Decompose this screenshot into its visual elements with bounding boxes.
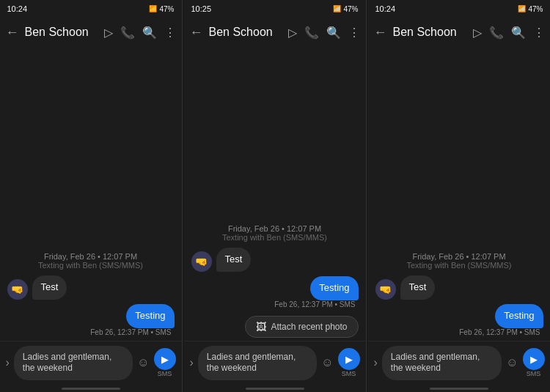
back-button-3[interactable]: ←	[374, 25, 387, 40]
avatar-2: 🤜	[191, 251, 212, 272]
battery-2: 47%	[343, 5, 358, 13]
more-icon-1[interactable]: ⋮	[164, 26, 176, 40]
status-time-2: 10:25	[191, 4, 212, 13]
received-message-3: 🤜 Test	[375, 275, 543, 300]
input-bar-2: › Ladies and gentleman, the weekend ☺ ▶ …	[184, 341, 366, 385]
back-button-1[interactable]: ←	[6, 25, 19, 40]
received-bubble-3: Test	[400, 275, 436, 300]
home-indicator-1	[62, 388, 120, 390]
contact-name-2: Ben Schoon	[209, 26, 282, 39]
search-icon-2[interactable]: 🔍	[326, 26, 341, 40]
signal-icon-1: 📶	[149, 5, 157, 12]
avatar-3: 🤜	[375, 279, 396, 300]
sent-message-1: Testing	[126, 304, 174, 328]
date-text-2: Friday, Feb 26 • 12:07 PM	[193, 224, 357, 233]
date-text-1: Friday, Feb 26 • 12:07 PM	[9, 252, 173, 261]
phones-container: 10:24 📶 47% ← Ben Schoon ▷ 📞 🔍 ⋮ Friday,…	[0, 0, 550, 392]
messages-1: 🤜 Test Testing Feb 26, 12:37 PM • SMS	[0, 271, 182, 341]
messages-3: 🤜 Test Testing Feb 26, 12:37 PM • SMS	[368, 271, 551, 341]
message-meta-2: Feb 26, 12:37 PM • SMS	[274, 300, 358, 308]
message-area-2: Friday, Feb 26 • 12:07 PM Texting with B…	[184, 48, 366, 341]
date-separator-3: Friday, Feb 26 • 12:07 PM Texting with B…	[368, 248, 551, 271]
more-icon-3[interactable]: ⋮	[533, 26, 545, 40]
date-separator-1: Friday, Feb 26 • 12:07 PM Texting with B…	[0, 248, 182, 271]
home-indicator-2	[246, 388, 304, 390]
more-icon-2[interactable]: ⋮	[348, 26, 360, 40]
video-icon-2[interactable]: ▷	[288, 26, 297, 40]
send-button-1[interactable]: ▶	[154, 348, 176, 370]
sms-label-3: SMS	[527, 371, 541, 377]
send-button-2[interactable]: ▶	[338, 348, 360, 370]
phone-3: 10:24 📶 47% ← Ben Schoon ▷ 📞 🔍 ⋮ Friday,…	[368, 0, 551, 392]
expand-button-1[interactable]: ›	[6, 356, 10, 369]
status-time-1: 10:24	[7, 4, 28, 13]
status-time-3: 10:24	[375, 4, 396, 13]
expand-button-2[interactable]: ›	[190, 356, 194, 369]
status-icons-3: 📶 47%	[518, 5, 543, 13]
home-indicator-3	[430, 388, 488, 390]
contact-name-1: Ben Schoon	[25, 26, 98, 39]
video-icon-1[interactable]: ▷	[104, 26, 113, 40]
sub-text-1: Texting with Ben (SMS/MMS)	[9, 261, 173, 270]
input-bar-1: › Ladies and gentleman, the weekend ☺ ▶ …	[0, 341, 182, 385]
input-field-3[interactable]: Ladies and gentleman, the weekend	[382, 346, 502, 380]
emoji-button-3[interactable]: ☺	[506, 356, 518, 369]
input-text-1: Ladies and gentleman, the weekend	[23, 352, 124, 374]
sub-text-2: Texting with Ben (SMS/MMS)	[193, 233, 357, 242]
input-text-3: Ladies and gentleman, the weekend	[391, 352, 493, 374]
emoji-button-1[interactable]: ☺	[137, 356, 149, 369]
sent-message-3: Testing	[495, 304, 543, 328]
date-text-3: Friday, Feb 26 • 12:07 PM	[377, 252, 542, 261]
battery-3: 47%	[528, 5, 543, 13]
send-button-3[interactable]: ▶	[523, 348, 545, 370]
send-col-1: ▶ SMS	[154, 348, 176, 377]
sms-label-1: SMS	[158, 371, 172, 377]
send-col-2: ▶ SMS	[338, 348, 360, 377]
back-button-2[interactable]: ←	[190, 25, 203, 40]
search-icon-3[interactable]: 🔍	[511, 26, 526, 40]
status-icons-2: 📶 47%	[333, 5, 358, 13]
app-bar-2: ← Ben Schoon ▷ 📞 🔍 ⋮	[184, 16, 366, 48]
battery-1: 47%	[159, 5, 174, 13]
input-field-2[interactable]: Ladies and gentleman, the weekend	[198, 346, 317, 380]
sms-label-2: SMS	[342, 371, 356, 377]
app-bar-3: ← Ben Schoon ▷ 📞 🔍 ⋮	[368, 16, 551, 48]
emoji-button-2[interactable]: ☺	[321, 356, 333, 369]
date-separator-2: Friday, Feb 26 • 12:07 PM Texting with B…	[184, 220, 366, 243]
phone-2: 10:25 📶 47% ← Ben Schoon ▷ 📞 🔍 ⋮ Friday,…	[184, 0, 367, 392]
app-bar-actions-1: ▷ 📞 🔍 ⋮	[104, 26, 176, 40]
input-field-1[interactable]: Ladies and gentleman, the weekend	[14, 346, 133, 380]
sent-container-3: Testing Feb 26, 12:37 PM • SMS	[375, 304, 543, 336]
status-bar-1: 10:24 📶 47%	[0, 0, 182, 16]
signal-icon-2: 📶	[333, 5, 341, 12]
phone-icon-2[interactable]: 📞	[304, 26, 319, 40]
sent-bubble-3: Testing	[495, 304, 543, 328]
avatar-1: 🤜	[7, 279, 28, 300]
input-bar-3: › Ladies and gentleman, the weekend ☺ ▶ …	[368, 341, 551, 385]
signal-icon-3: 📶	[518, 5, 526, 12]
phone-icon-3[interactable]: 📞	[489, 26, 504, 40]
status-icons-1: 📶 47%	[149, 5, 174, 13]
status-bar-3: 10:24 📶 47%	[368, 0, 551, 16]
sent-bubble-1: Testing	[126, 304, 174, 328]
app-bar-1: ← Ben Schoon ▷ 📞 🔍 ⋮	[0, 16, 182, 48]
received-message-1: 🤜 Test	[7, 275, 175, 300]
contact-name-3: Ben Schoon	[393, 26, 467, 39]
message-area-3: Friday, Feb 26 • 12:07 PM Texting with B…	[368, 48, 551, 341]
sent-bubble-2: Testing	[310, 276, 358, 300]
suggest-chip[interactable]: 🖼 Attach recent photo	[245, 316, 358, 338]
send-col-3: ▶ SMS	[523, 348, 545, 377]
phone-1: 10:24 📶 47% ← Ben Schoon ▷ 📞 🔍 ⋮ Friday,…	[0, 0, 183, 392]
phone-icon-1[interactable]: 📞	[120, 26, 135, 40]
sent-message-2: Testing	[310, 276, 358, 300]
search-icon-1[interactable]: 🔍	[142, 26, 157, 40]
attach-icon: 🖼	[256, 321, 266, 333]
received-bubble-1: Test	[32, 275, 67, 300]
video-icon-3[interactable]: ▷	[473, 26, 482, 40]
received-bubble-2: Test	[216, 248, 252, 272]
message-meta-3: Feb 26, 12:37 PM • SMS	[459, 328, 543, 336]
messages-2: 🤜 Test Testing Feb 26, 12:37 PM • SMS	[184, 243, 366, 313]
expand-button-3[interactable]: ›	[374, 356, 378, 369]
input-text-2: Ladies and gentleman, the weekend	[207, 352, 308, 374]
sent-container-2: Testing Feb 26, 12:37 PM • SMS	[191, 276, 359, 308]
